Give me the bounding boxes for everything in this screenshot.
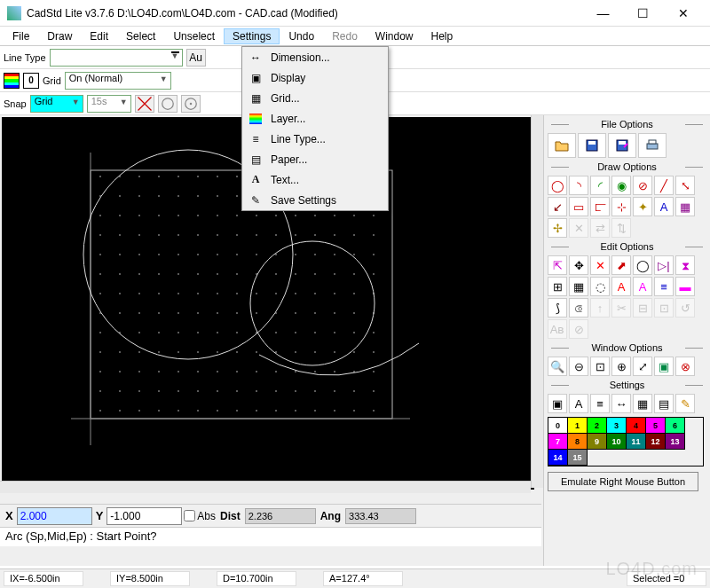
settings-menu-display[interactable]: ▣Display (242, 67, 388, 88)
snap-tool-2-icon[interactable] (158, 95, 178, 113)
y-input[interactable] (106, 507, 182, 525)
color-13[interactable]: 13 (666, 434, 685, 450)
menu-help[interactable]: Help (422, 28, 462, 44)
menu-draw[interactable]: Draw (38, 28, 81, 44)
close-button[interactable]: ✕ (663, 0, 703, 27)
draw-tool-2-icon[interactable]: ◜ (590, 176, 610, 195)
color-9[interactable]: 9 (588, 434, 607, 450)
settings-menu-text[interactable]: AText... (242, 169, 388, 190)
settings-menu-paper[interactable]: ▤Paper... (242, 149, 388, 169)
color-10[interactable]: 10 (607, 434, 627, 450)
color-8[interactable]: 8 (568, 434, 588, 450)
settings-tool-1-icon[interactable]: A (569, 394, 588, 413)
settings-menu-layer[interactable]: Layer... (242, 108, 388, 129)
color-11[interactable]: 11 (627, 434, 646, 450)
color-strip-icon[interactable] (4, 73, 20, 89)
color-6[interactable]: 6 (666, 418, 685, 434)
layer-num-box[interactable]: 0 (23, 73, 39, 89)
edit-tool-9-icon[interactable]: ◌ (590, 277, 610, 296)
edit-tool-4-icon[interactable]: ◯ (633, 255, 652, 275)
edit-tool-13-icon[interactable]: ▬ (675, 277, 695, 296)
color-5[interactable]: 5 (646, 418, 666, 434)
abs-checkbox[interactable] (184, 510, 195, 521)
edit-tool-2-icon[interactable]: ✕ (590, 255, 610, 275)
window-tool-6-icon[interactable]: ⊗ (675, 357, 695, 376)
draw-tool-6-icon[interactable]: ⤡ (675, 176, 695, 195)
edit-tool-5-icon[interactable]: ▷| (654, 255, 674, 275)
settings-tool-0-icon[interactable]: ▣ (548, 394, 567, 413)
draw-tool-11-icon[interactable]: ✦ (633, 197, 652, 216)
settings-menu-linetype[interactable]: ≡Line Type... (242, 129, 388, 149)
save-icon[interactable] (578, 133, 606, 158)
grid-mode-combo[interactable]: On (Normal) (65, 72, 171, 90)
window-tool-4-icon[interactable]: ⤢ (633, 357, 652, 376)
draw-tool-7-icon[interactable]: ↙ (548, 197, 567, 216)
settings-tool-2-icon[interactable]: ≡ (590, 394, 610, 413)
color-15[interactable]: 15 (568, 450, 588, 466)
menu-select[interactable]: Select (117, 28, 164, 44)
settings-menu-dimension[interactable]: ↔Dimension... (242, 47, 388, 67)
settings-tool-4-icon[interactable]: ▦ (633, 394, 652, 413)
color-0[interactable]: 0 (548, 418, 568, 434)
saveas-icon[interactable] (608, 133, 636, 158)
edit-tool-15-icon[interactable]: ⟃ (569, 298, 588, 318)
window-tool-3-icon[interactable]: ⊕ (611, 357, 631, 376)
menu-unselect[interactable]: Unselect (164, 28, 224, 44)
edit-tool-0-icon[interactable]: ⇱ (548, 255, 567, 275)
menu-file[interactable]: File (4, 28, 38, 44)
draw-tool-4-icon[interactable]: ⊘ (633, 176, 652, 195)
color-2[interactable]: 2 (588, 418, 607, 434)
edit-tool-1-icon[interactable]: ✥ (569, 255, 588, 275)
edit-tool-3-icon[interactable]: ⬈ (611, 255, 631, 275)
settings-tool-5-icon[interactable]: ▤ (654, 394, 674, 413)
window-tool-2-icon[interactable]: ⊡ (590, 357, 610, 376)
draw-tool-1-icon[interactable]: ◝ (569, 176, 588, 195)
draw-tool-9-icon[interactable]: ⫍ (590, 197, 610, 216)
settings-tool-3-icon[interactable]: ↔ (611, 394, 631, 413)
horizontal-scrollbar[interactable] (0, 481, 531, 493)
settings-menu-grid[interactable]: ▦Grid... (242, 88, 388, 108)
color-7[interactable]: 7 (548, 434, 568, 450)
draw-tool-8-icon[interactable]: ▭ (569, 197, 588, 216)
draw-tool-0-icon[interactable]: ◯ (548, 176, 567, 195)
window-tool-5-icon[interactable]: ▣ (654, 357, 674, 376)
auto-button[interactable]: Au (186, 49, 206, 67)
color-12[interactable]: 12 (646, 434, 666, 450)
menu-redo[interactable]: Redo (323, 28, 367, 44)
snap-tool-1-icon[interactable] (135, 95, 154, 113)
snap-val-combo[interactable]: 15s (87, 95, 131, 113)
draw-tool-13-icon[interactable]: ▦ (675, 197, 695, 216)
draw-tool-5-icon[interactable]: ╱ (654, 176, 674, 195)
draw-tool-10-icon[interactable]: ⊹ (611, 197, 631, 216)
x-input[interactable] (17, 507, 92, 525)
draw-tool-12-icon[interactable]: A (654, 197, 674, 216)
window-tool-1-icon[interactable]: ⊖ (569, 357, 588, 376)
color-3[interactable]: 3 (607, 418, 627, 434)
maximize-button[interactable]: ☐ (623, 0, 663, 27)
edit-tool-10-icon[interactable]: A (611, 277, 631, 296)
print-icon[interactable] (638, 133, 667, 158)
settings-menu-save[interactable]: ✎Save Settings (242, 190, 388, 210)
snap-mode-combo[interactable]: Grid (30, 95, 83, 113)
menu-edit[interactable]: Edit (81, 28, 117, 44)
draw-tool-3-icon[interactable]: ◉ (611, 176, 631, 195)
menu-settings[interactable]: Settings (224, 28, 280, 44)
edit-tool-8-icon[interactable]: ▦ (569, 277, 588, 296)
vertical-scrollbar[interactable] (531, 115, 543, 488)
edit-tool-11-icon[interactable]: A (633, 277, 652, 296)
color-1[interactable]: 1 (568, 418, 588, 434)
snap-tool-3-icon[interactable] (181, 95, 201, 113)
emulate-rmb-button[interactable]: Emulate Right Mouse Button (548, 472, 698, 491)
edit-tool-6-icon[interactable]: ⧗ (675, 255, 695, 275)
linetype-combo[interactable] (50, 49, 183, 67)
edit-tool-14-icon[interactable]: ⟆ (548, 298, 567, 318)
color-4[interactable]: 4 (627, 418, 646, 434)
menu-undo[interactable]: Undo (280, 28, 323, 44)
color-14[interactable]: 14 (548, 450, 568, 466)
open-icon[interactable] (548, 133, 576, 158)
edit-tool-7-icon[interactable]: ⊞ (548, 277, 567, 296)
draw-tool-14-icon[interactable]: ✢ (548, 218, 567, 238)
edit-tool-12-icon[interactable]: ≡ (654, 277, 674, 296)
settings-tool-6-icon[interactable]: ✎ (675, 394, 695, 413)
window-tool-0-icon[interactable]: 🔍 (548, 357, 567, 376)
